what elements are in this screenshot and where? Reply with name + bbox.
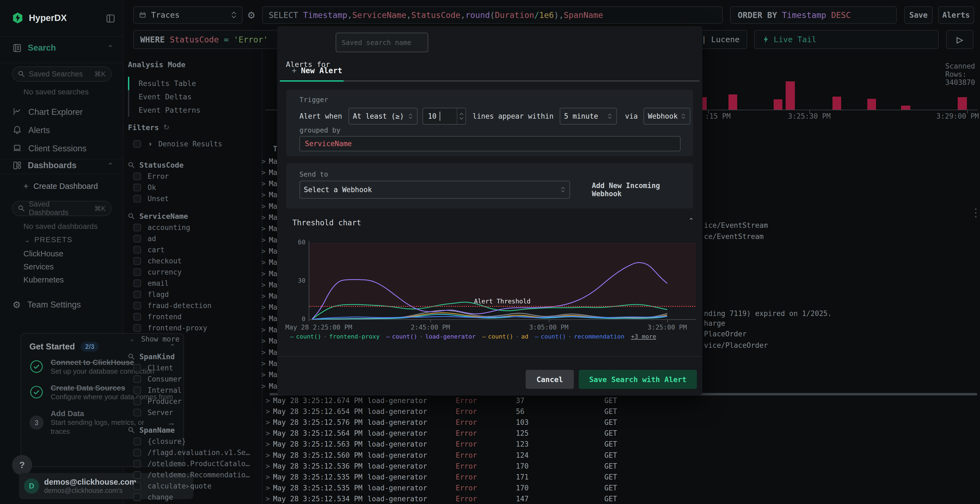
filter-checkbox[interactable]: [134, 397, 141, 405]
create-dashboard-button[interactable]: + Create Dashboard: [24, 181, 98, 191]
filter-checkbox[interactable]: [134, 449, 141, 456]
sidebar-item-chart-explorer[interactable]: Chart Explorer: [13, 103, 114, 121]
table-row[interactable]: >May 28 3:25:12.536 PMload-generatorErro…: [261, 461, 980, 471]
filter-checkbox[interactable]: [134, 173, 141, 180]
filter-option[interactable]: ad: [128, 233, 259, 244]
play-button[interactable]: ▷: [946, 30, 974, 49]
window-select[interactable]: 5 minute: [560, 108, 617, 125]
filter-checkbox[interactable]: [134, 246, 141, 254]
orderby-clause-input[interactable]: ORDER BY Timestamp DESC: [730, 6, 897, 24]
saved-searches-input[interactable]: Saved Searches ⌘K: [12, 67, 111, 82]
filter-option[interactable]: flagd: [128, 289, 259, 300]
filter-option[interactable]: Ok: [128, 182, 259, 193]
denoise-results-row[interactable]: ◑ Denoise Results: [128, 138, 253, 149]
legend-item-ad[interactable]: —count()·ad: [482, 333, 528, 340]
chevron-up-icon[interactable]: ⌃: [107, 161, 113, 170]
table-row[interactable]: >May 28 3:25:12.535 PMload-generatorErro…: [261, 482, 980, 493]
filter-option[interactable]: cart: [128, 244, 259, 255]
preset-dashboard-clickhouse[interactable]: ClickHouse: [24, 247, 116, 260]
filter-option[interactable]: change: [128, 491, 259, 502]
filter-option[interactable]: {closure}: [128, 436, 259, 447]
grouped-by-input[interactable]: ServiceName: [299, 136, 681, 151]
filter-checkbox[interactable]: [134, 280, 141, 287]
analysis-mode-event-deltas[interactable]: Event Deltas: [128, 90, 253, 103]
channel-select[interactable]: Webhook: [644, 108, 690, 125]
filter-option[interactable]: Producer: [128, 396, 259, 407]
filter-option[interactable]: Consumer: [128, 374, 259, 385]
comparator-select[interactable]: At least (≥): [348, 108, 418, 125]
source-settings-gear-icon[interactable]: ⚙: [247, 10, 255, 21]
legend-item-recommendation[interactable]: —count()·recommendation: [535, 333, 624, 340]
filter-group-header[interactable]: SpanName: [128, 425, 259, 436]
filter-checkbox[interactable]: [134, 409, 141, 417]
save-button[interactable]: Save: [904, 6, 932, 24]
filter-checkbox[interactable]: [134, 235, 141, 242]
filter-group-header[interactable]: ServiceName: [128, 211, 259, 222]
filter-option[interactable]: /flagd.evaluation.v1.Se…: [128, 447, 259, 458]
collapse-chart-icon[interactable]: ⌃: [688, 216, 694, 225]
table-row[interactable]: >May 28 3:25:12.576 PMload-generatorErro…: [261, 417, 980, 428]
table-row[interactable]: >May 28 3:25:12.534 PMload-generatorErro…: [261, 493, 980, 504]
logo[interactable]: HyperDX: [12, 12, 67, 24]
help-button[interactable]: ?: [12, 455, 32, 475]
tab-new-alert[interactable]: + New Alert: [292, 66, 342, 75]
filter-checkbox[interactable]: [134, 268, 141, 276]
filter-checkbox[interactable]: [134, 195, 141, 202]
analysis-mode-event-patterns[interactable]: Event Patterns: [128, 103, 253, 117]
show-more-toggle[interactable]: ⌄Show more: [128, 333, 259, 345]
filter-option[interactable]: Client: [128, 362, 259, 374]
saved-search-name-input[interactable]: Saved search name: [336, 33, 428, 52]
add-webhook-button[interactable]: Add New Incoming Webhook: [592, 181, 693, 199]
filter-checkbox[interactable]: [134, 471, 141, 479]
save-search-with-alert-button[interactable]: Save Search with Alert: [579, 370, 697, 389]
filter-option[interactable]: Server: [128, 407, 259, 418]
analysis-mode-results-table[interactable]: Results Table: [128, 77, 253, 90]
saved-dashboards-input[interactable]: Saved Dashboards ⌘K: [12, 201, 111, 216]
sidebar-item-client-sessions[interactable]: Client Sessions: [13, 139, 114, 157]
filter-option[interactable]: checkout: [128, 255, 259, 266]
filter-checkbox[interactable]: [134, 257, 141, 265]
filter-option[interactable]: /oteldemo.ProductCatalo…: [128, 458, 259, 469]
sidebar-item-alerts[interactable]: Alerts: [13, 121, 114, 139]
presets-toggle[interactable]: ⌄ PRESETS: [24, 236, 72, 244]
source-select[interactable]: Traces: [133, 6, 243, 24]
legend-item-load-generator[interactable]: —count()·load-generator: [386, 333, 476, 340]
filter-option[interactable]: frontend-proxy: [128, 322, 259, 333]
table-row[interactable]: >May 28 3:25:12.535 PMload-generatorErro…: [261, 471, 980, 482]
preset-dashboard-kubernetes[interactable]: Kubernetes: [24, 273, 116, 286]
sidebar-item-search[interactable]: Search ⌃: [13, 43, 113, 53]
refresh-icon[interactable]: ↻: [163, 123, 170, 132]
sidebar-item-dashboards[interactable]: Dashboards ⌃: [13, 157, 113, 173]
cancel-button[interactable]: Cancel: [526, 370, 574, 389]
filter-checkbox[interactable]: [134, 482, 141, 490]
filter-checkbox[interactable]: [134, 460, 141, 467]
legend-item-frontend-proxy[interactable]: —count()·frontend-proxy: [290, 333, 380, 340]
filter-option[interactable]: frontend: [128, 311, 259, 322]
filter-checkbox[interactable]: [134, 224, 141, 231]
filter-checkbox[interactable]: [134, 386, 141, 394]
filter-checkbox[interactable]: [134, 291, 141, 298]
sidebar-item-team-settings[interactable]: ⚙ Team Settings: [13, 299, 81, 310]
filter-checkbox[interactable]: [134, 364, 141, 372]
denoise-checkbox[interactable]: [134, 140, 141, 148]
filter-option[interactable]: fraud-detection: [128, 300, 259, 311]
filter-checkbox[interactable]: [134, 324, 141, 332]
table-row[interactable]: >May 28 3:25:12.563 PMload-generatorErro…: [261, 439, 980, 449]
table-row[interactable]: >May 28 3:25:12.564 PMload-generatorErro…: [261, 428, 980, 439]
filter-checkbox[interactable]: [134, 437, 141, 445]
filter-option[interactable]: currency: [128, 266, 259, 278]
table-row[interactable]: >May 28 3:25:12.560 PMload-generatorErro…: [261, 450, 980, 461]
filter-checkbox[interactable]: [134, 375, 141, 383]
filter-option[interactable]: Unset: [128, 193, 259, 204]
filter-group-header[interactable]: StatusCode: [128, 159, 259, 171]
filter-checkbox[interactable]: [134, 493, 141, 501]
threshold-value-input[interactable]: 10: [423, 108, 466, 125]
webhook-select[interactable]: Select a Webhook: [299, 181, 570, 199]
table-row[interactable]: >May 28 3:25:12.654 PMload-generatorErro…: [261, 406, 980, 417]
filter-option[interactable]: email: [128, 278, 259, 289]
filter-group-header[interactable]: SpanKind: [128, 351, 259, 362]
alerts-button[interactable]: Alerts: [938, 6, 974, 24]
filter-checkbox[interactable]: [134, 313, 141, 321]
filter-checkbox[interactable]: [134, 302, 141, 309]
filter-option[interactable]: accounting: [128, 222, 259, 233]
